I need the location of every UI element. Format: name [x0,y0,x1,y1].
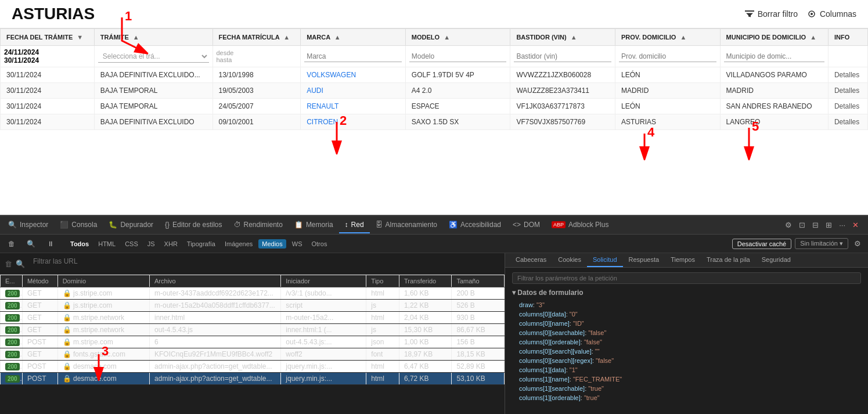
col-fecha-tramite[interactable]: FECHA DEL TRÁMITE ▼ [1,29,95,46]
tab-depurador[interactable]: 🐛 Depurador [103,217,159,233]
throttle-btn[interactable]: Sin limitación ▾ [795,238,848,249]
detail-tab-cookies[interactable]: Cookies [552,253,587,267]
columns-button[interactable]: Columnas [807,9,856,19]
filter-ws[interactable]: WS [289,239,306,249]
detail-tab-seguridad[interactable]: Seguridad [756,253,797,267]
col-prov[interactable]: PROV. DOMICILIO ▲ [615,29,720,46]
prov-filter[interactable] [619,51,716,62]
tab-accesibilidad[interactable]: ♿ Accesibilidad [443,217,507,233]
disable-cache-btn[interactable]: Desactivar caché [732,239,791,249]
app-header: ASTURIAS Borrar filtro Columnas [0,0,868,28]
devtools-more-btn[interactable]: ··· [837,218,848,232]
municipio-filter[interactable] [724,51,824,62]
details-link[interactable]: Detalles [828,67,867,83]
url-filter-bar: 🗑 🔍 [0,253,505,275]
date-from: 24/11/2024 [4,48,91,56]
request-row[interactable]: 200GET🔒 js.stripe.comm-outer-15a2b40a058… [1,300,505,312]
url-filter-input[interactable] [28,255,500,267]
col-municipio[interactable]: MUNICIPIO DE DOMICILIO ▲ [720,29,828,46]
request-row[interactable]: 200POST🔒 desmace.comadmin-ajax.php?actio… [1,373,505,385]
devtools-dock-btn[interactable]: ⊟ [810,218,821,232]
filter-typography[interactable]: Tipografía [183,239,219,249]
tab-rendimiento[interactable]: ⏱ Rendimiento [228,217,289,233]
request-row[interactable]: 200GET🔒 m.stripe.networkout-4.5.43.jsinn… [1,324,505,336]
tab-consola[interactable]: ⬛ Consola [54,217,103,233]
request-table: E... Método Dominio Archivo Iniciador Ti… [0,275,505,385]
form-data-item: columns[1][name]: "FEC_TRAMITE" [512,375,861,384]
detail-content: Datos de formulario draw: "3"columns[0][… [505,268,868,414]
url-search-icon: 🔍 [16,260,25,268]
request-table-wrapper: E... Método Dominio Archivo Iniciador Ti… [0,275,505,414]
col-tramite[interactable]: TRÁMITE ▲ [94,29,213,46]
form-data-item: columns[1][data]: "1" [512,365,861,375]
filter-html[interactable]: HTML [95,239,119,249]
modelo-filter[interactable] [409,51,507,62]
form-data-item: columns[0][data]: "0" [512,309,861,319]
filter-icon [745,9,754,19]
devtools-undock-btn[interactable]: ⊞ [823,218,834,232]
col-bastidor[interactable]: BASTIDOR (VIN) ▲ [510,29,615,46]
details-link[interactable]: Detalles [828,114,867,130]
detail-tab-cabeceras[interactable]: Cabeceras [510,253,552,267]
marca-filter[interactable] [304,51,402,62]
network-actions: Desactivar caché Sin limitación ▾ ⚙ [732,237,863,250]
tab-adblock[interactable]: ABP Adblock Plus [546,217,614,233]
request-row[interactable]: 200GET🔒 fonts.gstatic.comKFOICnqEu92Fr1M… [1,348,505,361]
network-options-btn[interactable]: ⚙ [852,237,863,250]
console-icon: ⬛ [60,221,69,229]
param-filter-input[interactable] [512,272,861,284]
table-header-row: FECHA DEL TRÁMITE ▼ TRÁMITE ▲ FECHA MATR… [1,29,868,46]
tramite-filter[interactable]: Selecciona el trá... [98,51,209,63]
tab-inspector[interactable]: 🔍 Inspector [2,217,54,233]
columns-icon [807,9,816,19]
filter-media[interactable]: Medios [258,239,286,249]
filter-css[interactable]: CSS [121,239,142,249]
bastidor-filter[interactable] [514,51,611,62]
app-title: ASTURIAS [12,5,95,23]
form-data-section[interactable]: Datos de formulario [512,289,861,297]
network-content: 🗑 🔍 E... Método Dominio Archivo Iniciado… [0,253,868,414]
col-fecha-matricula[interactable]: FECHA MATRÍCULA ▲ [213,29,301,46]
details-link[interactable]: Detalles [828,83,867,99]
filter-images[interactable]: Imágenes [221,239,256,249]
request-row[interactable]: 200POST🔒 desmace.comadmin-ajax.php?actio… [1,361,505,373]
detail-tab-solicitud[interactable]: Solicitud [587,253,623,267]
filter-js[interactable]: JS [144,239,159,249]
filter-xhr[interactable]: XHR [161,239,181,249]
request-row[interactable]: 200GET🔒 m.stripe.networkinner.htmlm-oute… [1,312,505,324]
devtools-split-btn[interactable]: ⊡ [797,218,808,232]
request-row[interactable]: 200POST🔒 m.stripe.com6out-4.5.43.js:...j… [1,336,505,348]
devtools-close-btn[interactable]: ✕ [850,218,861,232]
devtools-settings-btn[interactable]: ⚙ [783,218,794,232]
form-data-item: columns[1][searchable]: "true" [512,384,861,393]
filter-others[interactable]: Otros [308,239,330,249]
filter-icon: 🗑 [5,260,12,268]
detail-tab-traza[interactable]: Traza de la pila [701,253,756,267]
perf-icon: ⏱ [234,221,241,229]
tab-almacenamiento[interactable]: 🗄 Almacenamiento [370,217,443,233]
col-marca[interactable]: MARCA ▲ [301,29,406,46]
tab-memoria[interactable]: 📋 Memoria [289,217,339,233]
clear-filter-button[interactable]: Borrar filtro [745,9,798,19]
col-modelo[interactable]: MODELO ▲ [405,29,510,46]
main-table: FECHA DEL TRÁMITE ▼ TRÁMITE ▲ FECHA MATR… [0,28,868,130]
detail-tab-tiempos[interactable]: Tiempos [665,253,701,267]
network-clear-btn[interactable]: 🗑 [5,239,19,249]
filter-all[interactable]: Todos [67,239,92,249]
tab-editor-estilos[interactable]: {} Editor de estilos [159,217,228,233]
tab-dom[interactable]: <> DOM [507,217,546,233]
col-size: Tamaño [452,275,505,287]
col-file: Archivo [150,275,281,287]
network-pause-btn[interactable]: ⏸ [44,239,57,249]
detail-tab-respuesta[interactable]: Respuesta [623,253,665,267]
detail-panel: Cabeceras Cookies Solicitud Respuesta Ti… [505,253,868,414]
table-body: 30/11/2024BAJA DEFINITIVA EXCLUIDO...13/… [1,67,868,130]
fecha-to-label: hasta [217,56,297,63]
form-data-item: columns[0][search][value]: "" [512,347,861,356]
request-row[interactable]: 200GET🔒 js.stripe.comm-outer-3437aaddcdf… [1,287,505,300]
devtools-controls: ⚙ ⊡ ⊟ ⊞ ··· ✕ [778,218,866,232]
tab-red[interactable]: ↕ Red [339,217,370,233]
details-link[interactable]: Detalles [828,99,867,114]
network-search-btn[interactable]: 🔍 [23,239,39,249]
col-domain: Dominio [57,275,149,287]
